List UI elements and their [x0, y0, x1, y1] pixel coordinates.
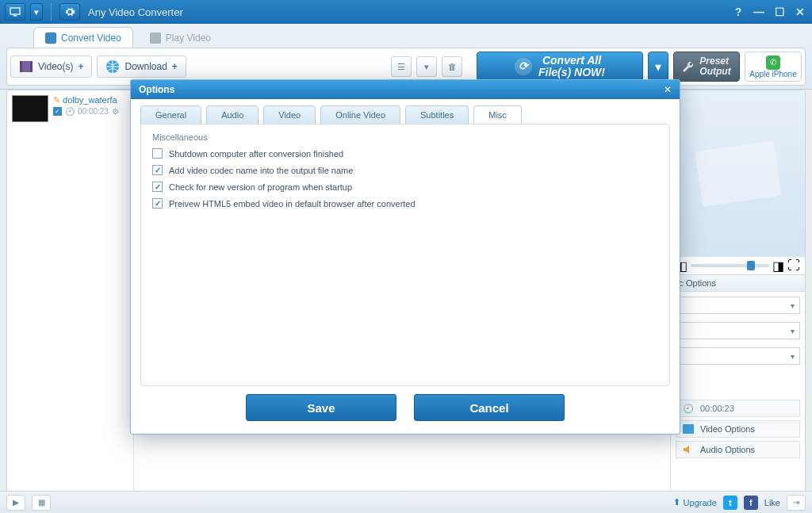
monitor-icon[interactable]: [5, 3, 25, 21]
play-icon: [150, 33, 161, 44]
list-item[interactable]: ✎ dolby_waterfa ✓ 🕘 00:00:23 ⚙: [12, 95, 128, 122]
basic-options-header[interactable]: ic Options: [671, 274, 805, 292]
upgrade-link[interactable]: ⬆ Upgrade: [673, 497, 717, 507]
dialog-title-bar: Options ✕: [131, 80, 680, 99]
checkbox-label: Preivew HTML5 embed video in default bro…: [169, 199, 416, 209]
settings-icon[interactable]: ⚙: [112, 107, 119, 116]
checkbox-row[interactable]: ✓ Check for new version of program when …: [152, 182, 658, 192]
preview-pane: [671, 90, 805, 257]
mark-out-icon[interactable]: ◨: [772, 258, 784, 274]
tab-convert-video[interactable]: Convert Video: [33, 27, 133, 48]
file-list: ✎ dolby_waterfa ✓ 🕘 00:00:23 ⚙: [7, 90, 134, 513]
tab-label: Convert Video: [61, 33, 121, 44]
delete-button[interactable]: 🗑: [442, 56, 462, 77]
audio-options-row[interactable]: Audio Options: [676, 441, 800, 458]
right-panel: ◧ ◨ ⛶ ic Options ▾ ▾ ▾ 🕘 00:00:23 Video …: [670, 90, 805, 513]
tab-video[interactable]: Video: [263, 105, 316, 124]
like-button[interactable]: Like: [764, 498, 780, 507]
svg-rect-6: [683, 424, 694, 434]
cancel-button[interactable]: Cancel: [414, 394, 565, 421]
convert-dropdown[interactable]: ▾: [648, 52, 668, 82]
checkbox[interactable]: ✓: [152, 198, 163, 209]
section-label: Miscellaneous: [152, 132, 658, 142]
options-body: ▾ ▾ ▾ 🕘 00:00:23 Video Options Audio Opt…: [671, 292, 805, 513]
wrench-icon: [682, 60, 695, 73]
dialog-body: Miscellaneous Shutdown computer after co…: [140, 124, 670, 386]
tab-subtitles[interactable]: Subtitles: [405, 105, 469, 124]
film-icon: [19, 59, 33, 74]
dropdown[interactable]: ▾: [676, 297, 800, 314]
dropdown[interactable]: ▾: [676, 347, 800, 365]
help-button[interactable]: ?: [731, 5, 745, 19]
app-title: Any Video Converter: [88, 6, 183, 18]
checkbox[interactable]: [152, 148, 163, 159]
checkbox-row[interactable]: Shutdown computer after conversion finis…: [152, 148, 658, 159]
upgrade-icon: ⬆: [673, 497, 680, 507]
button-label: PresetOutput: [699, 56, 730, 77]
globe-icon: [105, 59, 120, 74]
convert-icon: [45, 33, 56, 44]
seek-slider[interactable]: [691, 264, 769, 267]
button-label: Video(s): [38, 61, 73, 72]
checkbox[interactable]: ✓: [152, 182, 163, 192]
convert-all-button[interactable]: ⟳ Convert AllFile(s) NOW!: [477, 52, 643, 82]
collapse-button[interactable]: ⇥: [787, 495, 806, 511]
play-button[interactable]: ▶: [6, 495, 25, 511]
svg-rect-0: [10, 8, 20, 14]
clock-icon: 🕘: [65, 107, 75, 116]
facebook-icon[interactable]: f: [744, 496, 758, 510]
preset-output-button[interactable]: PresetOutput: [673, 52, 740, 82]
dialog-title: Options: [139, 84, 174, 95]
audio-icon: [683, 445, 694, 454]
checkbox-label: Shutdown computer after conversion finis…: [169, 149, 343, 159]
save-button[interactable]: Save: [246, 394, 396, 421]
svg-rect-4: [30, 61, 33, 72]
thumbnail: [12, 95, 48, 122]
options-dialog: Options ✕ General Audio Video Online Vid…: [130, 79, 680, 435]
video-options-row[interactable]: Video Options: [676, 420, 800, 438]
add-videos-button[interactable]: Video(s) +: [10, 56, 92, 78]
refresh-icon: ⟳: [515, 58, 532, 75]
svg-rect-3: [20, 61, 22, 72]
tab-label: Play Video: [166, 33, 211, 44]
close-icon[interactable]: ✕: [664, 84, 672, 95]
dialog-tabs: General Audio Video Online Video Subtitl…: [131, 99, 680, 124]
checkbox-row[interactable]: ✓ Preivew HTML5 embed video in default b…: [152, 198, 658, 209]
tab-misc[interactable]: Misc: [473, 105, 522, 124]
twitter-icon[interactable]: t: [723, 496, 737, 510]
grid-button[interactable]: ▦: [32, 495, 51, 511]
list-mode-button[interactable]: ☰: [391, 56, 412, 77]
close-button[interactable]: ✕: [793, 5, 807, 19]
phone-icon: ✆: [766, 56, 780, 70]
download-button[interactable]: Download +: [97, 56, 186, 78]
checkbox[interactable]: ✓: [152, 165, 163, 175]
expand-icon[interactable]: ⛶: [787, 258, 800, 273]
status-bar: ▶ ▦ ⬆ Upgrade t f Like ⇥: [0, 491, 812, 513]
tab-play-video[interactable]: Play Video: [138, 27, 223, 48]
checkbox-label: Add video codec name into the output fil…: [169, 166, 353, 175]
device-label: Apple iPhone: [749, 70, 797, 78]
title-bar: ▾ Any Video Converter ? — ☐ ✕: [0, 0, 812, 24]
checkbox-icon[interactable]: ✓: [53, 107, 62, 116]
duration: 00:00:23: [78, 107, 109, 116]
device-profile-button[interactable]: ✆ Apple iPhone: [745, 52, 802, 82]
dropdown-icon[interactable]: ▾: [30, 3, 43, 21]
video-icon: [683, 424, 694, 434]
svg-rect-1: [13, 15, 17, 17]
button-label: Convert AllFile(s) NOW!: [538, 55, 605, 79]
dropdown[interactable]: ▾: [676, 322, 800, 339]
tab-general[interactable]: General: [140, 105, 201, 124]
tab-audio[interactable]: Audio: [206, 105, 259, 124]
file-name: ✎ dolby_waterfa: [53, 95, 119, 105]
edit-icon: ✎: [53, 95, 60, 105]
clock-icon: 🕘: [683, 404, 694, 414]
checkbox-label: Check for new version of program when st…: [169, 182, 352, 192]
maximize-button[interactable]: ☐: [772, 5, 787, 19]
tab-online-video[interactable]: Online Video: [320, 105, 400, 124]
minimize-button[interactable]: —: [752, 5, 766, 19]
plus-icon: +: [172, 61, 178, 72]
list-dropdown-button[interactable]: ▾: [416, 56, 437, 77]
gear-icon[interactable]: [59, 3, 80, 21]
plus-icon: +: [78, 61, 83, 72]
checkbox-row[interactable]: ✓ Add video codec name into the output f…: [152, 165, 658, 175]
